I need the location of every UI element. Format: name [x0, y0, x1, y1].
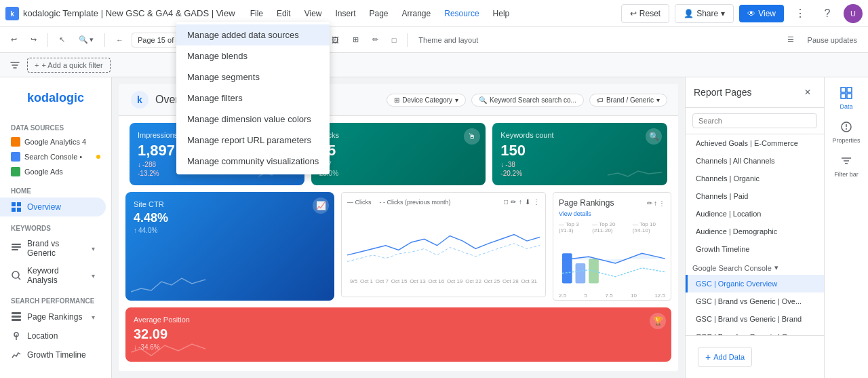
page-item-gsc-brand-generic-ove[interactable]: GSC | Brand vs Generic | Ove... [686, 292, 824, 310]
dropdown-item-manage-dimension-colors[interactable]: Manage dimension value colors [176, 109, 330, 130]
dropdown-item-manage-report-url[interactable]: Manage report URL parameters [176, 130, 330, 151]
filter-icon[interactable] [5, 56, 24, 75]
data-panel-properties[interactable]: Properties [827, 117, 865, 148]
sidebar-item-page-rankings[interactable]: Page Rankings ▾ [0, 307, 106, 326]
page-item-audience-demographic[interactable]: Audience | Demographic [686, 223, 824, 240]
chevron-down-icon: ▾ [656, 96, 660, 104]
reset-button[interactable]: ↩ Reset [621, 4, 669, 23]
redo-button[interactable]: ↪ [25, 33, 42, 47]
page-item-audience-location[interactable]: Audience | Location [686, 205, 824, 223]
sidebar-item-overview[interactable]: Overview [0, 197, 106, 216]
svg-rect-4 [12, 208, 16, 212]
page-rankings-icon [11, 311, 22, 322]
brand-icon: 🏷 [597, 96, 604, 104]
top-bar: k kodalogic Template | New GSC & GA4 & G… [0, 0, 868, 27]
menu-arrange[interactable]: Arrange [395, 6, 438, 21]
chart-up-icon[interactable]: ↑ [519, 198, 522, 206]
svg-point-9 [12, 271, 19, 278]
page-item-achieved-goals[interactable]: Achieved Goals | E-Commerce [686, 134, 824, 152]
menu-resource[interactable]: Resource [437, 6, 486, 21]
page-item-gsc-organic-overview[interactable]: GSC | Organic Overview [686, 275, 824, 292]
more-options-icon[interactable]: ⋮ [789, 3, 811, 24]
add-quick-filter-button[interactable]: + + Add a quick filter [27, 58, 111, 73]
page-item-gsc-brand-generic-brand[interactable]: GSC | Brand vs Generic | Brand [686, 310, 824, 328]
properties-icon [840, 121, 852, 136]
page-rankings-card: Page Rankings ✏ ↑ ⋮ View details — Top 3… [553, 192, 671, 301]
main-layout: kodalogic Data Sources Google Analytics … [0, 77, 868, 378]
cursor-tool[interactable]: ↖ [54, 33, 71, 47]
panel-header: Report Pages ✕ [686, 77, 824, 108]
dropdown-item-manage-blends[interactable]: Manage blends [176, 45, 330, 67]
datasource-google-ads[interactable]: Google Ads [0, 164, 111, 179]
page-list-button[interactable]: ☰ [782, 33, 800, 47]
filter-device-category[interactable]: ⊞ Device Category ▾ [387, 94, 466, 107]
menu-view[interactable]: View [298, 6, 329, 21]
pause-updates-button[interactable]: Pause updates [802, 33, 863, 47]
view-details-link[interactable]: View details [559, 210, 665, 217]
toolbar-separator-5 [407, 33, 408, 47]
chart-more-icon[interactable]: ⋮ [533, 198, 540, 206]
rankings-more-icon[interactable]: ⋮ [658, 200, 665, 207]
menu-page[interactable]: Page [362, 6, 395, 21]
chevron-down-icon: ▾ [721, 9, 725, 18]
menu-insert[interactable]: Insert [328, 6, 362, 21]
dropdown-item-manage-data-sources[interactable]: Manage added data sources [176, 24, 330, 45]
svg-rect-5 [17, 208, 21, 212]
menu-file[interactable]: File [243, 6, 270, 21]
page-item-channels-all[interactable]: Channels | All Channels [686, 152, 824, 170]
rankings-up-icon[interactable]: ↑ [654, 200, 657, 207]
svg-rect-6 [12, 244, 21, 245]
shape-button[interactable]: □ [387, 33, 402, 47]
sidebar-item-keyword-analysis[interactable]: Keyword Analysis ▾ [0, 262, 106, 289]
menu-help[interactable]: Help [486, 6, 517, 21]
toolbar-separator-2 [104, 33, 105, 47]
close-panel-button[interactable]: ✕ [800, 84, 816, 100]
sidebar-item-growth-timeline[interactable]: Growth Timeline [0, 345, 106, 364]
zoom-tool[interactable]: 🔍 ▾ [73, 33, 99, 47]
add-data-button[interactable]: + Add Data [698, 347, 752, 367]
share-button[interactable]: 👤 Share ▾ [675, 4, 734, 23]
google-ads-icon [11, 167, 20, 176]
page-item-gsc-brand-generic-gen[interactable]: GSC | Brand vs Generic | Gen... [686, 328, 824, 335]
page-item-growth-timeline[interactable]: Growth Timeline [686, 240, 824, 258]
view-button[interactable]: 👁 View [739, 5, 784, 22]
back-arrow[interactable]: ← [111, 33, 129, 47]
chevron-right-icon: ▾ [92, 245, 95, 252]
rankings-edit-icon[interactable]: ✏ [647, 200, 652, 207]
app-title: kodalogic Template | New GSC & GA4 & GAD… [23, 8, 235, 18]
search-input[interactable] [692, 113, 817, 128]
dropdown-item-manage-community-viz[interactable]: Manage community visualizations [176, 151, 330, 172]
svg-rect-3 [17, 202, 21, 206]
data-panel-data[interactable]: Data [827, 83, 865, 114]
undo-button[interactable]: ↩ [5, 33, 22, 47]
theme-layout-button[interactable]: Theme and layout [413, 33, 484, 47]
gsc-section-header[interactable]: Google Search Console ▾ [686, 258, 824, 275]
report-logo: k [130, 90, 150, 110]
sidebar-item-location[interactable]: Location [0, 326, 106, 345]
page-item-channels-paid[interactable]: Channels | Paid [686, 187, 824, 205]
datasource-ga4[interactable]: Google Analytics 4 [0, 134, 111, 149]
chart-action-icon[interactable]: □ [504, 198, 508, 206]
dropdown-item-manage-segments[interactable]: Manage segments [176, 67, 330, 88]
page-item-channels-organic[interactable]: Channels | Organic [686, 170, 824, 187]
metric-avg-position: Average Position 32.09 ↓ -34.6% 🏆 [125, 307, 671, 362]
chart-edit-icon[interactable]: ✏ [511, 198, 516, 206]
filter-keyword-search[interactable]: 🔍 Keyword Search search co... [471, 94, 584, 107]
svg-rect-22 [841, 94, 846, 98]
filter-toolbar: + + Add a quick filter [0, 53, 868, 77]
dropdown-item-manage-filters[interactable]: Manage filters [176, 88, 330, 109]
chart-download-icon[interactable]: ⬇ [525, 198, 530, 206]
help-icon[interactable]: ? [816, 3, 838, 24]
table-button[interactable]: ⊞ [347, 33, 364, 47]
sidebar-item-brand-vs-generic[interactable]: Brand vs Generic ▾ [0, 235, 106, 262]
draw-button[interactable]: ✏ [367, 33, 384, 47]
data-panel-filter-bar[interactable]: Filter bar [827, 151, 865, 182]
panel-search [686, 108, 824, 134]
data-icon [840, 87, 852, 102]
user-avatar[interactable]: U [844, 4, 863, 23]
svg-rect-21 [847, 88, 852, 92]
datasource-search-console[interactable]: Search Console • [0, 149, 111, 164]
filter-brand-generic[interactable]: 🏷 Brand / Generic ▾ [589, 94, 667, 107]
menu-edit[interactable]: Edit [270, 6, 298, 21]
search-performance-section: Search Performance [0, 295, 111, 307]
